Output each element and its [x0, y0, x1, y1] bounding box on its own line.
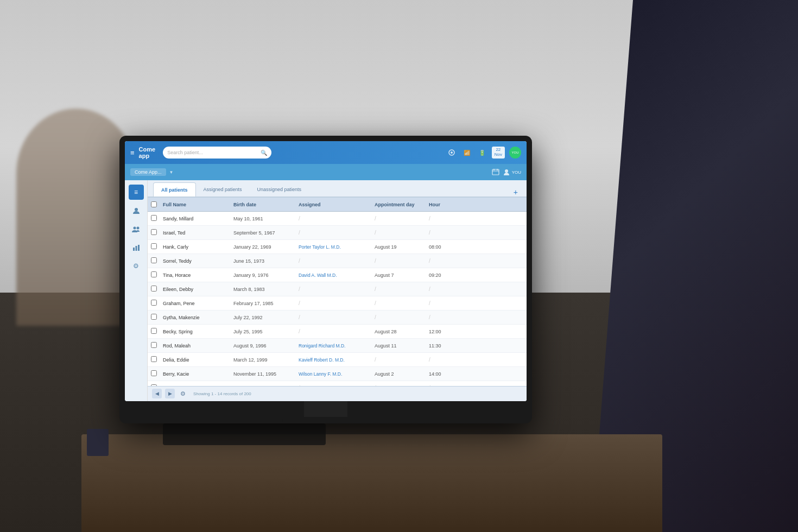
row-checkbox[interactable] [151, 257, 163, 264]
desk [81, 434, 662, 532]
table-row[interactable]: Becky, Spring July 25, 1995 / August 28 … [148, 325, 527, 339]
table-row[interactable]: Delia, Eddie March 12, 1999 Kavieff Robe… [148, 353, 527, 367]
patient-birth-date: July 22, 1992 [233, 315, 299, 320]
svg-point-6 [505, 169, 508, 173]
patient-name: Israel, Ted [163, 230, 233, 236]
row-checkbox[interactable] [151, 328, 163, 335]
wifi-icon: 📶 [461, 147, 472, 158]
row-select-checkbox[interactable] [151, 243, 157, 249]
row-select-checkbox[interactable] [151, 215, 157, 221]
user-avatar[interactable]: YOU [509, 147, 521, 159]
row-checkbox[interactable] [151, 356, 163, 363]
table-row[interactable]: Graham, Pene February 17, 1985 / / / [148, 296, 527, 311]
patient-appointment-day: / [375, 258, 429, 264]
tab-all-patients[interactable]: All patients [153, 182, 196, 197]
patient-appointment-day: / [375, 230, 429, 236]
table-settings-icon[interactable]: ⚙ [178, 389, 188, 398]
patient-assigned-doctor: / [299, 258, 375, 264]
patient-name: Delia, Eddie [163, 357, 233, 363]
table-row[interactable]: Rod, Maleah August 9, 1996 Ronigard Rich… [148, 339, 527, 353]
row-checkbox[interactable] [151, 314, 163, 321]
patient-assigned-doctor[interactable]: Porter Taylor L. M.D. [299, 244, 375, 250]
monitor-screen: ≡ Come app Search patient... 🔍 📶 🔋 [125, 141, 527, 401]
sub-header-title[interactable]: Come App... [130, 168, 166, 176]
table-row[interactable]: Sandy, Millard May 10, 1961 / / / [148, 212, 527, 226]
patient-assigned-doctor: / [299, 300, 375, 306]
calendar-view-toggle[interactable] [492, 168, 499, 176]
table-row[interactable]: Eileen, Debby March 8, 1983 / / / [148, 282, 527, 296]
table-row[interactable]: Tina, Horace January 9, 1976 David A. Wa… [148, 268, 527, 282]
patient-assigned-doctor: / [299, 286, 375, 292]
row-select-checkbox[interactable] [151, 314, 157, 320]
hamburger-icon[interactable]: ≡ [130, 149, 135, 157]
col-header-checkbox[interactable] [151, 200, 163, 210]
expand-icon[interactable]: ▼ [169, 170, 174, 175]
table-row[interactable]: Gytha, Makenzie July 22, 1992 / / / [148, 311, 527, 325]
row-select-checkbox[interactable] [151, 300, 157, 306]
patient-assigned-doctor[interactable]: Ronigard Richard M.D. [299, 343, 375, 349]
patient-appointment-day: / [375, 286, 429, 292]
row-checkbox[interactable] [151, 229, 163, 236]
row-select-checkbox[interactable] [151, 229, 157, 235]
patient-hour: 11:30 [429, 343, 461, 349]
prev-page-button[interactable]: ◀ [152, 389, 162, 398]
row-select-checkbox[interactable] [151, 286, 157, 292]
patient-assigned-doctor[interactable]: David A. Wall M.D. [299, 273, 375, 278]
table-row[interactable]: Sorrel, Teddy June 15, 1973 / / / [148, 254, 527, 268]
content-area: All patients Assigned patients Unassigne… [148, 180, 527, 401]
tab-unassigned-patients[interactable]: Unassigned patients [250, 182, 309, 197]
table-row[interactable]: Israel, Ted September 5, 1967 / / / [148, 226, 527, 240]
patient-hour: 09:20 [429, 273, 461, 278]
row-checkbox[interactable] [151, 300, 163, 307]
table-row[interactable]: Hank, Carly January 22, 1969 Porter Tayl… [148, 240, 527, 254]
sidebar-item-menu[interactable]: ≡ [129, 185, 144, 200]
patient-appointment-day: August 7 [375, 273, 429, 278]
table-row[interactable]: Berry, Kacie November 11, 1995 Wilson La… [148, 367, 527, 381]
patient-assigned-doctor: / [299, 328, 375, 334]
patient-assigned-doctor[interactable]: Kavieff Robert D. M.D. [299, 357, 375, 363]
patient-appointment-day: / [375, 357, 429, 363]
monitor-stand [304, 401, 347, 417]
patient-appointment-day: August 2 [375, 371, 429, 377]
row-checkbox[interactable] [151, 271, 163, 278]
row-select-checkbox[interactable] [151, 328, 157, 334]
row-checkbox[interactable] [151, 370, 163, 377]
monitor: ≡ Come app Search patient... 🔍 📶 🔋 [119, 136, 532, 423]
settings-header-icon[interactable] [446, 147, 457, 158]
header-icons: 📶 🔋 22 Nov YOU [446, 147, 521, 159]
select-all-checkbox[interactable] [151, 201, 157, 207]
sub-header-actions: YOU [492, 168, 521, 176]
patient-hour: 08:00 [429, 244, 461, 250]
row-select-checkbox[interactable] [151, 342, 157, 348]
sidebar-item-user[interactable] [129, 203, 144, 218]
patient-birth-date: March 12, 1999 [233, 357, 299, 363]
row-checkbox[interactable] [151, 215, 163, 222]
sidebar-item-settings[interactable]: ⚙ [129, 258, 144, 274]
date-badge: 22 Nov [492, 147, 505, 159]
row-checkbox[interactable] [151, 342, 163, 349]
svg-rect-10 [133, 248, 135, 251]
row-select-checkbox[interactable] [151, 356, 157, 362]
patient-birth-date: May 10, 1961 [233, 216, 299, 221]
row-select-checkbox[interactable] [151, 257, 157, 263]
row-checkbox[interactable] [151, 243, 163, 250]
patient-hour: / [429, 258, 461, 264]
row-checkbox[interactable] [151, 286, 163, 293]
row-select-checkbox[interactable] [151, 370, 157, 376]
sidebar-item-group[interactable] [129, 221, 144, 237]
row-select-checkbox[interactable] [151, 271, 157, 277]
next-page-button[interactable]: ▶ [165, 389, 175, 398]
search-bar[interactable]: Search patient... 🔍 [163, 147, 271, 159]
patient-appointment-day: / [375, 314, 429, 320]
keyboard [163, 423, 326, 445]
patient-hour: / [429, 230, 461, 236]
person-left-silhouette [16, 109, 136, 326]
add-tab-button[interactable]: + [510, 188, 521, 197]
patient-name: Gytha, Makenzie [163, 315, 233, 320]
table-header: Full Name Birth date Assigned Appointmen… [148, 198, 527, 212]
patient-assigned-doctor[interactable]: Wilson Lanny F. M.D. [299, 371, 375, 377]
tab-assigned-patients[interactable]: Assigned patients [196, 182, 250, 197]
col-header-hour: Hour [429, 202, 461, 207]
table-row[interactable]: Marion, Bennie October 3, 1988 / / / [148, 381, 527, 386]
sidebar-item-chart[interactable] [129, 240, 144, 255]
